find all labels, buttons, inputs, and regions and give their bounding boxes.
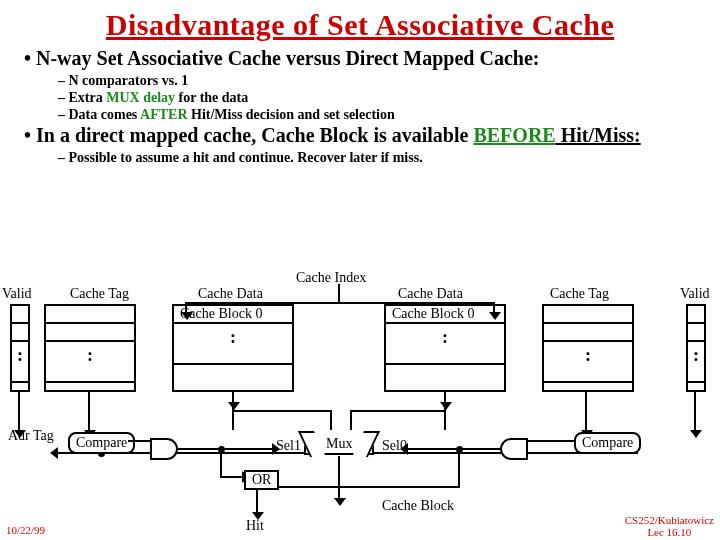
label-cache-block: Cache Block (382, 498, 454, 514)
slide-body: N-way Set Associative Cache versus Direc… (0, 42, 720, 167)
label-cachetag-left: Cache Tag (70, 286, 129, 302)
data-col-left: Cache Block 0 : (172, 304, 294, 392)
label-cachedata-right: Cache Data (398, 286, 463, 302)
subbullet-2: Extra MUX delay for the data (68, 90, 706, 107)
label-cachetag-right: Cache Tag (550, 286, 609, 302)
footer-course: CS252/KubiatowiczLec 16.10 (625, 514, 714, 538)
label-hit: Hit (246, 518, 264, 534)
bullet-2: In a direct mapped cache, Cache Block is… (40, 123, 706, 148)
label-cache-index: Cache Index (296, 270, 366, 286)
slide-title: Disadvantage of Set Associative Cache (0, 0, 720, 42)
and-gate-left (150, 438, 178, 460)
subbullet-1: N comparators vs. 1 (68, 73, 706, 90)
label-mux: Mux (326, 436, 352, 452)
subbullet-3: Data comes AFTER Hit/Miss decision and s… (68, 107, 706, 124)
tag-col-right: : (542, 304, 634, 392)
tag-col-left: : (44, 304, 136, 392)
label-adr-tag: Adr Tag (8, 428, 54, 444)
and-gate-right (500, 438, 528, 460)
bullet-1: N-way Set Associative Cache versus Direc… (40, 46, 706, 71)
cache-diagram: Cache Index Valid Cache Tag Cache Data C… (0, 280, 720, 540)
data-col-right: Cache Block 0 : (384, 304, 506, 392)
compare-right: Compare (574, 432, 641, 454)
valid-col-left: : (10, 304, 30, 392)
label-sel0: Sel0 (382, 438, 407, 454)
label-sel1: Sel1 (276, 438, 301, 454)
label-valid-left: Valid (2, 286, 32, 302)
or-gate: OR (244, 470, 279, 490)
label-cachedata-left: Cache Data (198, 286, 263, 302)
compare-left: Compare (68, 432, 135, 454)
label-valid-right: Valid (680, 286, 710, 302)
footer-date: 10/22/99 (6, 524, 45, 536)
subbullet-4: Possible to assume a hit and continue. R… (68, 150, 706, 167)
valid-col-right: : (686, 304, 706, 392)
